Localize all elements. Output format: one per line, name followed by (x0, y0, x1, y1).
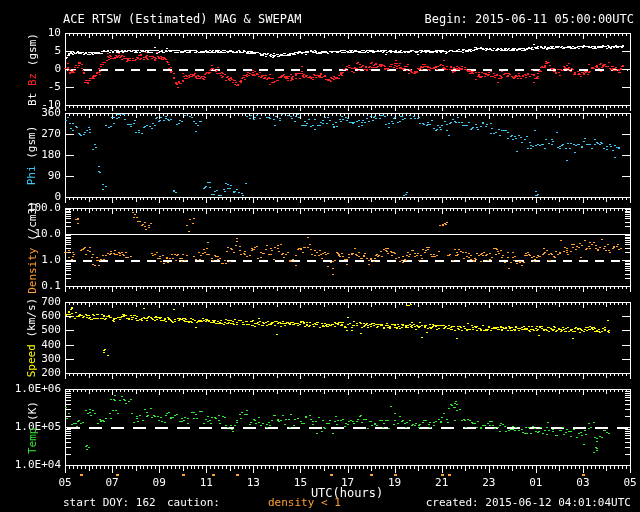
y-axis-label-part: Bt (26, 86, 39, 106)
x-tick-label: 13 (238, 477, 268, 488)
x-tick-label: 21 (427, 477, 457, 488)
ace-rtsw-plot: ACE RTSW (Estimated) MAG & SWEPAM Begin:… (0, 0, 640, 512)
y-axis-label-phi: Phi (gsm) (24, 113, 40, 197)
y-axis-label-part: Density (26, 240, 39, 293)
y-axis-label-speed: Speed (km/s) (24, 302, 40, 373)
x-tick-label: 05 (50, 477, 80, 488)
x-tick-label: 05 (615, 477, 640, 488)
caution-label: caution: (167, 497, 220, 509)
y-axis-label-part: (km/s) (26, 298, 39, 338)
y-axis-label-part: Bz (26, 66, 39, 86)
begin-label: Begin: 2015-06-11 05:00:00UTC (424, 13, 634, 25)
y-axis-label-part: (gsm) (26, 33, 39, 66)
y-axis-label-density: Density (/cm3) (24, 208, 40, 286)
x-tick-label: 19 (380, 477, 410, 488)
y-axis-label-bt-bz: Bt Bz (gsm) (24, 33, 40, 105)
x-tick-label: 11 (191, 477, 221, 488)
page-title: ACE RTSW (Estimated) MAG & SWEPAM (63, 13, 301, 25)
y-axis-label-part: Temp (26, 420, 39, 453)
y-axis-label-part: Phi (26, 158, 39, 185)
y-axis-label-part: (K) (26, 401, 39, 421)
x-tick-label: 23 (474, 477, 504, 488)
x-tick-label: 07 (97, 477, 127, 488)
y-axis-label-temp: Temp (K) (24, 389, 40, 465)
x-tick-label: 09 (144, 477, 174, 488)
y-axis-label-part: (/cm3) (26, 201, 39, 241)
x-tick-label: 01 (521, 477, 551, 488)
caution-value: density < 1 (268, 497, 341, 509)
x-tick-label: 03 (568, 477, 598, 488)
created-label: created: 2015-06-12 04:01:04UTC (426, 497, 631, 509)
y-axis-label-part: (gsm) (26, 125, 39, 158)
y-axis-label-part: Speed (26, 338, 39, 378)
plot-canvas (0, 0, 640, 512)
start-doy-label: start DOY: 162 (63, 497, 156, 509)
